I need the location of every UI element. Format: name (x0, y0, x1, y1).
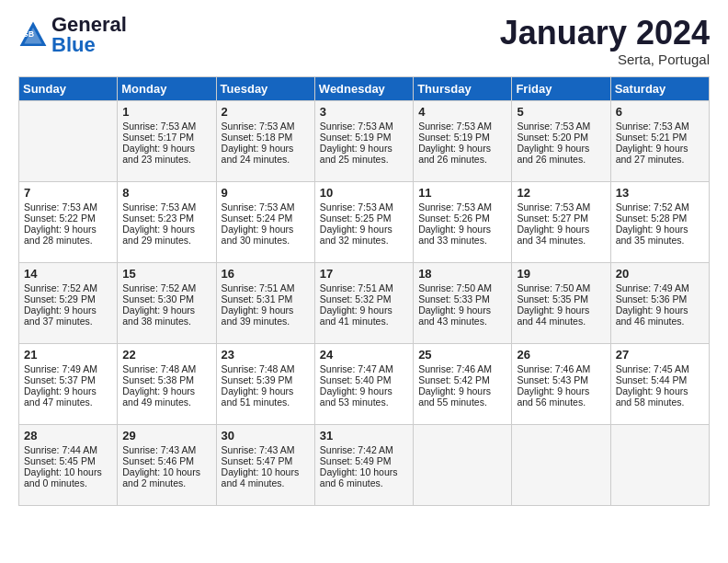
sunset-text: Sunset: 5:22 PM (24, 213, 112, 224)
sunrise-text: Sunrise: 7:53 AM (418, 201, 506, 213)
day-number: 8 (122, 186, 210, 200)
sunset-text: Sunset: 5:30 PM (122, 293, 210, 304)
day-number: 24 (320, 348, 408, 362)
daylight-text: Daylight: 9 hours and 49 minutes. (122, 385, 210, 408)
day-number: 2 (222, 105, 310, 119)
daylight-text: Daylight: 9 hours and 34 minutes. (517, 224, 605, 246)
sunset-text: Sunset: 5:17 PM (122, 132, 210, 143)
day-number: 19 (517, 267, 605, 281)
calendar-cell: 25Sunrise: 7:46 AMSunset: 5:42 PMDayligh… (414, 343, 512, 424)
sunrise-text: Sunrise: 7:47 AM (320, 363, 408, 374)
sunrise-text: Sunrise: 7:51 AM (320, 282, 408, 293)
daylight-text: Daylight: 10 hours and 2 minutes. (122, 466, 210, 488)
svg-text:GB: GB (22, 29, 34, 39)
sunrise-text: Sunrise: 7:53 AM (517, 121, 605, 132)
day-number: 17 (320, 267, 408, 281)
sunset-text: Sunset: 5:26 PM (418, 213, 506, 224)
daylight-text: Daylight: 9 hours and 51 minutes. (222, 385, 310, 408)
calendar-cell: 17Sunrise: 7:51 AMSunset: 5:32 PMDayligh… (314, 262, 413, 343)
day-number: 18 (418, 267, 506, 281)
day-number: 29 (122, 429, 210, 442)
day-number: 31 (320, 429, 408, 442)
day-number: 11 (418, 186, 506, 200)
calendar-cell: 18Sunrise: 7:50 AMSunset: 5:33 PMDayligh… (414, 262, 512, 343)
day-number: 23 (222, 348, 310, 362)
header: GB General Blue January 2024 Serta, Port… (18, 15, 710, 67)
calendar-cell: 7Sunrise: 7:53 AMSunset: 5:22 PMDaylight… (19, 181, 118, 262)
calendar-cell: 27Sunrise: 7:45 AMSunset: 5:44 PMDayligh… (610, 343, 709, 424)
daylight-text: Daylight: 10 hours and 6 minutes. (320, 466, 408, 488)
calendar-cell: 16Sunrise: 7:51 AMSunset: 5:31 PMDayligh… (216, 262, 314, 343)
sunrise-text: Sunrise: 7:52 AM (24, 282, 112, 293)
daylight-text: Daylight: 9 hours and 33 minutes. (418, 224, 506, 246)
calendar-cell: 23Sunrise: 7:48 AMSunset: 5:39 PMDayligh… (216, 343, 314, 424)
sunrise-text: Sunrise: 7:43 AM (222, 444, 310, 455)
sunset-text: Sunset: 5:27 PM (517, 213, 605, 224)
weekday-header-saturday: Saturday (610, 76, 709, 100)
daylight-text: Daylight: 9 hours and 55 minutes. (418, 385, 506, 408)
day-number: 7 (24, 186, 112, 200)
sunrise-text: Sunrise: 7:53 AM (122, 121, 210, 132)
day-number: 25 (418, 348, 506, 362)
calendar-cell: 19Sunrise: 7:50 AMSunset: 5:35 PMDayligh… (512, 262, 610, 343)
daylight-text: Daylight: 10 hours and 0 minutes. (24, 466, 112, 488)
sunrise-text: Sunrise: 7:46 AM (418, 363, 506, 374)
calendar-week-row: 7Sunrise: 7:53 AMSunset: 5:22 PMDaylight… (19, 181, 710, 262)
calendar-cell: 29Sunrise: 7:43 AMSunset: 5:46 PMDayligh… (118, 424, 216, 505)
daylight-text: Daylight: 9 hours and 28 minutes. (24, 224, 112, 246)
day-number: 27 (616, 348, 704, 362)
sunset-text: Sunset: 5:40 PM (320, 374, 408, 385)
calendar-cell (610, 424, 709, 505)
daylight-text: Daylight: 9 hours and 30 minutes. (222, 224, 310, 246)
calendar-cell (512, 424, 610, 505)
day-number: 4 (418, 105, 506, 119)
weekday-header-row: SundayMondayTuesdayWednesdayThursdayFrid… (19, 76, 710, 100)
sunrise-text: Sunrise: 7:48 AM (122, 363, 210, 374)
sunset-text: Sunset: 5:35 PM (517, 293, 605, 304)
sunset-text: Sunset: 5:33 PM (418, 293, 506, 304)
day-number: 20 (616, 267, 704, 281)
sunrise-text: Sunrise: 7:53 AM (320, 121, 408, 132)
month-title: January 2024 (500, 15, 710, 52)
sunrise-text: Sunrise: 7:50 AM (418, 282, 506, 293)
weekday-header-tuesday: Tuesday (216, 76, 314, 100)
sunrise-text: Sunrise: 7:50 AM (517, 282, 605, 293)
sunrise-text: Sunrise: 7:53 AM (222, 121, 310, 132)
sunset-text: Sunset: 5:49 PM (320, 455, 408, 466)
calendar-table: SundayMondayTuesdayWednesdayThursdayFrid… (18, 76, 710, 506)
calendar-cell: 30Sunrise: 7:43 AMSunset: 5:47 PMDayligh… (216, 424, 314, 505)
calendar-week-row: 14Sunrise: 7:52 AMSunset: 5:29 PMDayligh… (19, 262, 710, 343)
location: Serta, Portugal (500, 52, 710, 67)
daylight-text: Daylight: 9 hours and 44 minutes. (517, 304, 605, 327)
sunset-text: Sunset: 5:28 PM (616, 213, 704, 224)
sunrise-text: Sunrise: 7:53 AM (517, 201, 605, 213)
daylight-text: Daylight: 9 hours and 26 minutes. (517, 143, 605, 165)
day-number: 3 (320, 105, 408, 119)
sunrise-text: Sunrise: 7:53 AM (418, 121, 506, 132)
day-number: 12 (517, 186, 605, 200)
sunrise-text: Sunrise: 7:49 AM (616, 282, 704, 293)
calendar-cell: 13Sunrise: 7:52 AMSunset: 5:28 PMDayligh… (610, 181, 709, 262)
calendar-cell (414, 424, 512, 505)
sunrise-text: Sunrise: 7:53 AM (24, 201, 112, 213)
sunset-text: Sunset: 5:43 PM (517, 374, 605, 385)
daylight-text: Daylight: 9 hours and 43 minutes. (418, 304, 506, 327)
sunset-text: Sunset: 5:44 PM (616, 374, 704, 385)
sunset-text: Sunset: 5:31 PM (222, 293, 310, 304)
calendar-week-row: 21Sunrise: 7:49 AMSunset: 5:37 PMDayligh… (19, 343, 710, 424)
sunset-text: Sunset: 5:20 PM (517, 132, 605, 143)
calendar-week-row: 28Sunrise: 7:44 AMSunset: 5:45 PMDayligh… (19, 424, 710, 505)
day-number: 10 (320, 186, 408, 200)
sunrise-text: Sunrise: 7:42 AM (320, 444, 408, 455)
daylight-text: Daylight: 9 hours and 29 minutes. (122, 224, 210, 246)
sunset-text: Sunset: 5:47 PM (222, 455, 310, 466)
day-number: 9 (222, 186, 310, 200)
day-number: 15 (122, 267, 210, 281)
calendar-cell (19, 100, 118, 181)
calendar-cell: 21Sunrise: 7:49 AMSunset: 5:37 PMDayligh… (19, 343, 118, 424)
daylight-text: Daylight: 9 hours and 47 minutes. (24, 385, 112, 408)
sunrise-text: Sunrise: 7:49 AM (24, 363, 112, 374)
sunset-text: Sunset: 5:32 PM (320, 293, 408, 304)
calendar-cell: 12Sunrise: 7:53 AMSunset: 5:27 PMDayligh… (512, 181, 610, 262)
day-number: 13 (616, 186, 704, 200)
